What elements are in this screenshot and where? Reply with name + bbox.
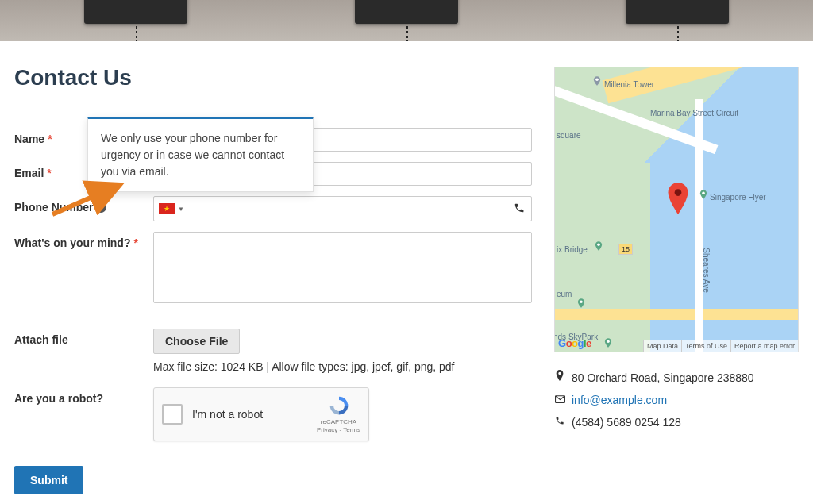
file-hint: Max file size: 1024 KB | Allow file type… [153,360,532,373]
phone-image [355,0,458,24]
contact-address: 80 Orchard Road, Singapore 238880 [572,367,754,389]
svg-point-2 [595,79,599,82]
contact-phone: (4584) 5689 0254 128 [572,411,681,433]
location-icon [554,367,565,388]
divider [14,110,532,110]
map-label: Millenia Tower [604,80,654,89]
map-label: square [557,131,581,140]
name-label: Name [14,133,44,145]
map-label: Marina Bay Street Circuit [650,109,738,117]
map-poi-icon [698,189,709,200]
recaptcha-widget[interactable]: I'm not a robot reCAPTCHA Privacy - Term… [153,387,369,441]
hero-banner [0,0,813,41]
form-row-message: What's on your mind? * [14,232,532,306]
phone-icon [514,202,525,216]
map-label: ix Bridge [557,245,588,254]
message-label: What's on your mind? [14,237,130,249]
map[interactable]: Millenia Tower Marina Bay Street Circuit… [554,67,799,352]
chevron-down-icon[interactable]: ▼ [178,206,184,213]
contact-info: 80 Orchard Road, Singapore 238880 info@e… [554,367,799,433]
tooltip-arrow-icon [44,179,132,218]
map-report-link[interactable]: Report a map error [730,340,798,352]
vietnam-flag-icon[interactable] [159,203,175,214]
phone-image [626,0,729,24]
map-poi-icon [591,75,603,87]
map-label: eum [557,290,572,298]
phone-image [84,0,187,24]
svg-line-1 [52,187,116,214]
required-mark: * [133,237,137,249]
choose-file-button[interactable]: Choose File [153,329,240,354]
map-label: Sheares Ave [702,248,711,293]
map-pin-icon [666,183,690,214]
recaptcha-label: I'm not a robot [192,408,317,421]
svg-point-5 [580,301,583,304]
map-terms-link[interactable]: Terms of Use [681,340,730,352]
robot-label: Are you a robot? [14,392,103,405]
svg-point-7 [675,189,682,196]
map-poi-icon [576,298,587,309]
form-row-phone: We only use your phone number for urgenc… [14,196,532,221]
map-data-link[interactable]: Map Data [643,340,681,352]
email-label: Email [14,167,44,179]
message-textarea[interactable] [153,232,532,303]
google-logo: Google [558,337,591,349]
required-mark: * [47,167,51,179]
envelope-icon [554,390,565,410]
svg-point-4 [597,244,600,247]
map-poi-icon [603,337,614,348]
form-row-file: Attach file Choose File Max file size: 1… [14,329,532,373]
map-route-badge: 15 [618,244,633,255]
map-label: Singapore Flyer [710,193,766,202]
svg-point-6 [607,340,610,344]
phone-input[interactable]: ▼ [153,196,532,221]
map-footer: Map Data Terms of Use Report a map error [643,340,798,352]
phone-icon [554,412,565,433]
contact-email-link[interactable]: info@example.com [572,389,667,411]
submit-button[interactable]: Submit [14,466,83,494]
recaptcha-checkbox[interactable] [162,404,183,425]
required-mark: * [48,133,52,145]
recaptcha-logo: reCAPTCHA Privacy - Terms [317,394,360,433]
page-title: Contact Us [14,65,532,90]
svg-point-3 [702,192,705,195]
file-label: Attach file [14,333,68,346]
map-poi-icon [593,240,604,252]
form-row-robot: Are you a robot? I'm not a robot reCAPTC… [14,387,532,441]
